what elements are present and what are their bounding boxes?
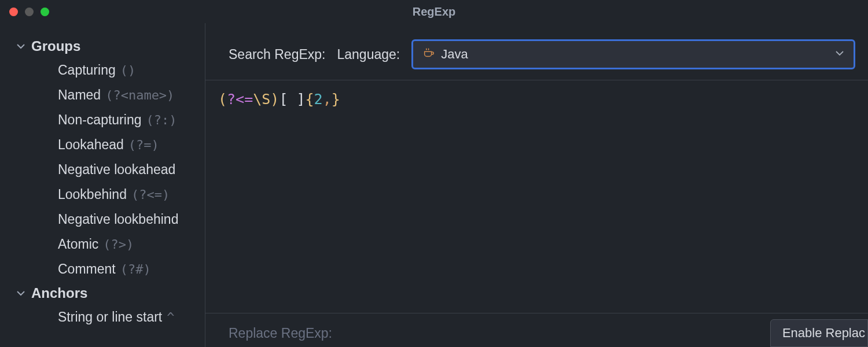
- regex-token: [ ]: [279, 91, 305, 108]
- content: Groups Capturing () Named (?<name>) Non-…: [0, 23, 868, 347]
- search-row: Search RegExp: Language: Java: [205, 23, 868, 80]
- item-hint: (?>): [103, 237, 134, 252]
- section-header-groups[interactable]: Groups: [0, 35, 205, 58]
- item-label: Atomic: [58, 237, 98, 252]
- minimize-window-button[interactable]: [25, 8, 34, 16]
- item-label: Comment: [58, 261, 116, 277]
- chevron-down-icon: [835, 49, 844, 60]
- replace-label: Replace RegExp:: [229, 326, 332, 341]
- titlebar: RegExp: [0, 0, 868, 23]
- regex-token: ,: [323, 91, 332, 108]
- item-hint: (?<=): [131, 187, 170, 202]
- language-select[interactable]: Java: [411, 39, 855, 69]
- section-title: Anchors: [31, 285, 87, 301]
- item-hint: (?<name>): [105, 88, 174, 102]
- item-label: Lookbehind: [58, 187, 127, 202]
- enable-replace-button[interactable]: Enable Replac: [770, 319, 868, 347]
- item-label: Named: [58, 87, 101, 103]
- language-label: Language:: [337, 47, 400, 62]
- chevron-down-icon: [16, 289, 25, 298]
- window-controls: [9, 8, 49, 16]
- item-hint: (?#): [120, 262, 151, 276]
- sidebar-item-negative-lookbehind[interactable]: Negative lookbehind: [0, 207, 205, 232]
- item-hint: (?:): [146, 113, 176, 127]
- sidebar-item-negative-lookahead[interactable]: Negative lookahead: [0, 157, 205, 182]
- regex-token: {: [306, 91, 314, 108]
- regex-token: 2: [314, 91, 323, 108]
- item-label: String or line start: [58, 309, 162, 325]
- sidebar-item-capturing[interactable]: Capturing (): [0, 58, 205, 83]
- sidebar-item-lookahead[interactable]: Lookahead (?=): [0, 132, 205, 157]
- java-icon: [422, 46, 435, 62]
- window-title: RegExp: [413, 5, 455, 19]
- sidebar: Groups Capturing () Named (?<name>) Non-…: [0, 23, 205, 347]
- sidebar-item-comment[interactable]: Comment (?#): [0, 257, 205, 282]
- search-label: Search RegExp:: [229, 47, 325, 62]
- item-hint: (?=): [128, 138, 159, 152]
- sidebar-item-named[interactable]: Named (?<name>): [0, 83, 205, 108]
- item-label: Negative lookahead: [58, 162, 175, 178]
- sidebar-item-atomic[interactable]: Atomic (?>): [0, 232, 205, 257]
- footer: Replace RegExp: Enable Replac: [205, 313, 868, 347]
- regex-editor[interactable]: (?<=\S)[ ]{2,}: [205, 80, 868, 313]
- sidebar-item-non-capturing[interactable]: Non-capturing (?:): [0, 108, 205, 132]
- regex-token: ): [270, 91, 279, 108]
- item-label: Lookahead: [58, 137, 124, 153]
- maximize-window-button[interactable]: [41, 8, 49, 16]
- item-hint: (): [120, 63, 136, 77]
- item-label: Capturing: [58, 62, 116, 78]
- regex-token: }: [332, 91, 340, 108]
- item-hint: ^: [167, 310, 174, 324]
- sidebar-item-string-start[interactable]: String or line start ^: [0, 305, 205, 330]
- item-label: Negative lookbehind: [58, 212, 178, 227]
- language-value: Java: [441, 47, 468, 62]
- close-window-button[interactable]: [9, 8, 18, 16]
- sidebar-item-lookbehind[interactable]: Lookbehind (?<=): [0, 182, 205, 207]
- regex-token: ?<=: [227, 91, 253, 108]
- chevron-down-icon: [16, 42, 25, 51]
- main-panel: Search RegExp: Language: Java (?<=\S)[ ]…: [205, 23, 868, 347]
- section-header-anchors[interactable]: Anchors: [0, 282, 205, 305]
- regex-token: \S: [253, 91, 270, 108]
- section-title: Groups: [31, 38, 80, 54]
- regex-token: (: [218, 91, 227, 108]
- item-label: Non-capturing: [58, 112, 141, 128]
